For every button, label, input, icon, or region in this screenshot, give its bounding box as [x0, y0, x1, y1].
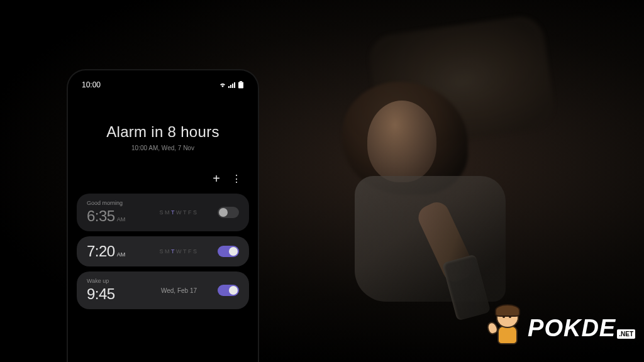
day-m: M [165, 248, 171, 255]
day-w: W [176, 248, 183, 255]
mascot-icon [489, 303, 526, 353]
status-bar: 10:00 [72, 74, 254, 93]
watermark-brand: POKDE [528, 315, 616, 342]
alarm-time: 7:20 [87, 243, 115, 260]
alarm-time: 6:35 [87, 207, 115, 225]
alarm-toggle[interactable] [218, 246, 239, 257]
alarm-toggle[interactable] [218, 285, 239, 296]
watermark-suffix: .NET [617, 329, 635, 339]
alarm-card[interactable]: 7:20 AM SMTWTFS [77, 236, 249, 266]
day-s: S [159, 248, 165, 255]
day-w: W [176, 209, 183, 216]
status-time: 10:00 [82, 80, 101, 89]
alarm-repeat: SMTWTFS [147, 248, 211, 255]
battery-icon [238, 81, 244, 89]
person-figure [304, 75, 569, 314]
svg-rect-2 [232, 84, 233, 88]
day-s2: S [193, 209, 199, 216]
alarm-label: Good morning [87, 200, 147, 206]
more-options-button[interactable]: ⋮ [231, 173, 242, 185]
alarm-repeat: SMTWTFS [147, 209, 211, 216]
svg-rect-1 [230, 85, 231, 88]
day-t2: T [183, 248, 188, 255]
wifi-icon [219, 82, 226, 88]
background-scene: 10:00 Alarm in 8 hours 10:00 AM, Wed, 7 … [0, 0, 644, 362]
status-icons [219, 81, 244, 89]
day-t2: T [183, 209, 188, 216]
day-s: S [159, 209, 165, 216]
svg-rect-5 [238, 82, 243, 89]
alarm-time: 9:45 [87, 285, 115, 303]
day-f: F [188, 209, 193, 216]
day-m: M [165, 209, 171, 216]
signal-icon [228, 82, 236, 88]
alarm-ampm: AM [117, 216, 126, 222]
add-alarm-button[interactable]: + [213, 172, 220, 186]
day-t: T [171, 209, 176, 216]
day-t: T [171, 248, 176, 255]
header-subtitle: 10:00 AM, Wed, 7 Nov [82, 145, 244, 151]
alarm-date: Wed, Feb 17 [161, 287, 197, 294]
alarm-time-block: Good morning 6:35 AM [87, 200, 147, 225]
alarm-time-block: Wake up 9:45 [87, 278, 147, 303]
action-row: + ⋮ [72, 163, 254, 194]
alarm-time-block: 7:20 AM [87, 243, 147, 260]
alarm-list: Good morning 6:35 AM SMTWTFS [72, 194, 254, 309]
alarm-repeat: Wed, Feb 17 [147, 287, 211, 294]
svg-rect-4 [240, 81, 242, 82]
svg-rect-3 [234, 82, 235, 88]
header-title: Alarm in 8 hours [82, 123, 244, 141]
phone-screen: 10:00 Alarm in 8 hours 10:00 AM, Wed, 7 … [72, 74, 254, 362]
alarm-ampm: AM [117, 251, 126, 258]
alarm-toggle[interactable] [218, 207, 239, 218]
alarm-label: Wake up [87, 278, 147, 284]
phone-mockup: 10:00 Alarm in 8 hours 10:00 AM, Wed, 7 … [68, 70, 258, 362]
day-f: F [188, 248, 193, 255]
head-shape [367, 101, 436, 182]
day-s2: S [193, 248, 199, 255]
watermark: POKDE .NET [489, 303, 635, 353]
alarm-header: Alarm in 8 hours 10:00 AM, Wed, 7 Nov [72, 93, 254, 163]
alarm-card[interactable]: Good morning 6:35 AM SMTWTFS [77, 194, 249, 231]
alarm-card[interactable]: Wake up 9:45 Wed, Feb 17 [77, 272, 249, 309]
svg-rect-0 [228, 86, 230, 88]
